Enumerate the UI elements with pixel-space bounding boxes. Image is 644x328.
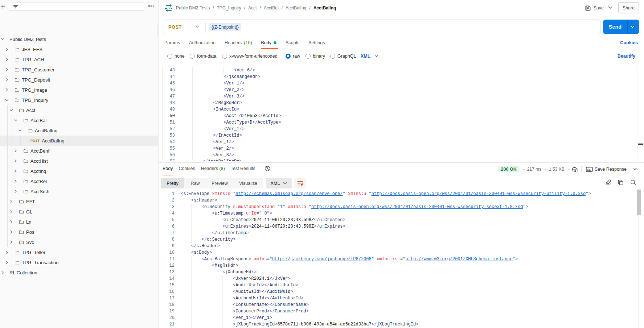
svg-text:e.g.: e.g. xyxy=(587,168,591,171)
svg-text:HTTP: HTTP xyxy=(165,7,173,10)
